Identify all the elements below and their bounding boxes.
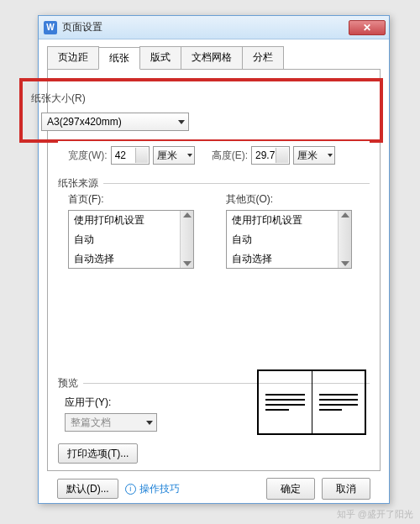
height-unit-dropdown[interactable]: 厘米 [293, 146, 335, 165]
print-options-row: 打印选项(T)... [58, 443, 138, 464]
watermark: 知乎 @盛开了阳光 [337, 508, 413, 521]
list-item[interactable]: 自动 [227, 230, 351, 249]
client-area: 页边距 纸张 版式 文档网格 分栏 纸张大小(R) A3(297x420mm) … [39, 39, 389, 508]
dialog-footer: 默认(D)... i 操作技巧 确定 取消 [47, 471, 381, 500]
list-item[interactable]: 自动选择 [69, 249, 193, 269]
list-item[interactable]: 自动 [69, 230, 193, 249]
tab-grid[interactable]: 文档网格 [181, 46, 243, 69]
tab-columns[interactable]: 分栏 [242, 46, 284, 69]
page-preview-graphic [257, 369, 366, 435]
height-input[interactable]: 29.7 [251, 146, 290, 165]
tab-strip: 页边距 纸张 版式 文档网格 分栏 [47, 46, 381, 70]
list-item[interactable]: 自动选择 [227, 249, 351, 269]
apply-to-label: 应用于(Y): [65, 396, 111, 410]
other-pages-listbox[interactable]: 使用打印机设置 自动 自动选择 [226, 210, 352, 269]
highlight-annotation: 纸张大小(R) A3(297x420mm) [19, 78, 383, 143]
info-icon: i [125, 484, 136, 495]
tab-panel: 纸张大小(R) A3(297x420mm) 宽度(W): 42 厘米 高度(E)… [47, 70, 381, 471]
chevron-down-icon [178, 120, 185, 124]
titlebar[interactable]: W 页面设置 ✕ [39, 16, 389, 39]
ok-button[interactable]: 确定 [266, 478, 315, 500]
tab-paper[interactable]: 纸张 [98, 47, 140, 70]
tips-link[interactable]: i 操作技巧 [125, 482, 180, 496]
paper-size-label: 纸张大小(R) [31, 92, 371, 106]
app-icon: W [44, 21, 57, 34]
preview-section: 预览 应用于(Y): 整篇文档 [58, 373, 370, 432]
tab-layout[interactable]: 版式 [139, 46, 181, 69]
first-page-label: 首页(F): [68, 192, 213, 207]
list-item[interactable]: 使用打印机设置 [69, 211, 193, 230]
page-setup-dialog: W 页面设置 ✕ 页边距 纸张 版式 文档网格 分栏 纸张大小(R) A3(29… [38, 15, 390, 504]
default-button[interactable]: 默认(D)... [57, 479, 118, 499]
paper-size-dropdown[interactable]: A3(297x420mm) [41, 113, 189, 131]
other-pages-label: 其他页(O): [226, 192, 370, 207]
close-icon: ✕ [363, 22, 371, 34]
apply-to-value: 整篇文档 [71, 416, 146, 430]
paper-source-label: 纸张来源 [58, 176, 370, 191]
tab-margins[interactable]: 页边距 [47, 46, 99, 69]
list-item[interactable]: 使用打印机设置 [227, 211, 351, 230]
dimensions-row: 宽度(W): 42 厘米 高度(E): 29.7 厘米 [58, 146, 370, 165]
apply-to-dropdown[interactable]: 整篇文档 [65, 413, 157, 432]
cancel-button[interactable]: 取消 [322, 478, 370, 500]
scrollbar[interactable] [338, 211, 351, 268]
print-options-button[interactable]: 打印选项(T)... [58, 443, 138, 464]
width-input[interactable]: 42 [111, 146, 150, 165]
width-unit-dropdown[interactable]: 厘米 [153, 146, 195, 165]
chevron-down-icon [146, 421, 153, 425]
height-label: 高度(E): [212, 149, 248, 163]
window-title: 页面设置 [62, 20, 349, 34]
first-page-listbox[interactable]: 使用打印机设置 自动 自动选择 [68, 210, 194, 269]
paper-size-value: A3(297x420mm) [47, 116, 178, 128]
width-label: 宽度(W): [68, 149, 108, 163]
scrollbar[interactable] [180, 211, 193, 268]
close-button[interactable]: ✕ [349, 20, 386, 35]
paper-source-row: 首页(F): 使用打印机设置 自动 自动选择 其他页(O): 使用打印机设置 自… [58, 192, 370, 269]
